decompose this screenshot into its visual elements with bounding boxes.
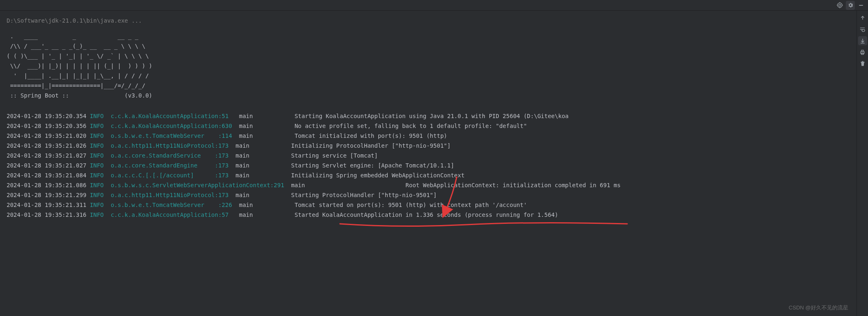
log-thread: main	[239, 132, 253, 139]
log-row: 2024-01-28 19:35:21.020 INFO o.s.b.w.e.t…	[7, 131, 856, 141]
log-thread: main	[235, 162, 249, 169]
target-icon[interactable]	[835, 1, 844, 10]
scroll-up-icon[interactable]	[858, 13, 867, 22]
log-thread: main	[291, 182, 305, 188]
svg-rect-12	[861, 50, 863, 51]
log-timestamp: 2024-01-28 19:35:21.086	[7, 182, 86, 188]
log-message: Initializing ProtocolHandler ["http-nio-…	[291, 142, 451, 149]
log-timestamp: 2024-01-28 19:35:21.026	[7, 142, 86, 149]
log-timestamp: 2024-01-28 19:35:21.084	[7, 172, 86, 179]
log-timestamp: 2024-01-28 19:35:21.027	[7, 162, 86, 169]
log-message: Initializing Spring embedded WebApplicat…	[291, 172, 464, 179]
log-thread: main	[235, 172, 249, 179]
gear-icon[interactable]	[846, 1, 855, 10]
log-message: Tomcat started on port(s): 9501 (http) w…	[295, 202, 527, 208]
log-level: INFO	[90, 132, 104, 139]
log-level: INFO	[90, 113, 104, 119]
log-source: o.a.c.c.C.[.[.[/account] :173	[111, 172, 229, 179]
log-level: INFO	[90, 202, 104, 208]
svg-rect-15	[862, 61, 863, 62]
log-source: o.s.b.w.s.c.ServletWebServerApplicationC…	[111, 182, 284, 188]
log-thread: main	[239, 211, 253, 218]
log-source: o.a.c.http11.Http11NioProtocol:173	[111, 142, 229, 149]
command-line: D:\Software\jdk-21.0.1\bin\java.exe ...	[7, 16, 856, 26]
log-row: 2024-01-28 19:35:20.354 INFO c.c.k.a.Koa…	[7, 111, 856, 121]
minimize-icon[interactable]	[856, 1, 866, 10]
svg-point-1	[839, 4, 841, 6]
log-message: Starting ProtocolHandler ["http-nio-9501…	[291, 192, 437, 198]
log-message: Starting Servlet engine: [Apache Tomcat/…	[291, 162, 454, 169]
log-timestamp: 2024-01-28 19:35:20.356	[7, 123, 86, 129]
log-row: 2024-01-28 19:35:20.356 INFO c.c.k.a.Koa…	[7, 121, 856, 131]
log-level: INFO	[90, 123, 104, 129]
log-row: 2024-01-28 19:35:21.027 INFO o.a.c.core.…	[7, 160, 856, 170]
log-source: o.a.c.http11.Http11NioProtocol:173	[111, 192, 229, 198]
log-message: Starting service [Tomcat]	[291, 152, 378, 159]
log-row: 2024-01-28 19:35:21.084 INFO o.a.c.c.C.[…	[7, 170, 856, 180]
log-timestamp: 2024-01-28 19:35:20.354	[7, 113, 86, 119]
spring-boot-banner: . ____ _ __ _ _ /\\ / ___'_ __ _ _(_)_ _…	[7, 31, 856, 100]
log-level: INFO	[90, 192, 104, 198]
log-row: 2024-01-28 19:35:21.311 INFO o.s.b.w.e.t…	[7, 200, 856, 210]
log-message: No active profile set, falling back to 1…	[295, 123, 527, 129]
log-level: INFO	[90, 172, 104, 179]
log-thread: main	[235, 152, 249, 159]
console-right-toolbar	[856, 11, 868, 316]
clear-icon[interactable]	[858, 59, 867, 68]
log-source: c.c.k.a.KoalaAccountApplication:630	[111, 123, 232, 129]
log-source: c.c.k.a.KoalaAccountApplication:51	[111, 113, 229, 119]
svg-rect-14	[861, 62, 864, 63]
log-source: o.s.b.w.e.t.TomcatWebServer :114	[111, 132, 232, 139]
log-thread: main	[239, 202, 253, 208]
log-source: o.a.c.core.StandardEngine :173	[111, 162, 229, 169]
log-message: Tomcat initialized with port(s): 9501 (h…	[295, 132, 447, 139]
log-message: Starting KoalaAccountApplication using J…	[295, 113, 569, 119]
console-output[interactable]: D:\Software\jdk-21.0.1\bin\java.exe ... …	[0, 11, 856, 316]
softwrap-icon[interactable]	[858, 25, 867, 34]
print-icon[interactable]	[858, 48, 867, 57]
log-thread: main	[235, 192, 249, 198]
log-source: o.a.c.core.StandardService :173	[111, 152, 229, 159]
log-timestamp: 2024-01-28 19:35:21.027	[7, 152, 86, 159]
console-top-toolbar	[0, 0, 868, 11]
log-row: 2024-01-28 19:35:21.026 INFO o.a.c.http1…	[7, 141, 856, 151]
log-message: Root WebApplicationContext: initializati…	[405, 182, 621, 188]
log-row: 2024-01-28 19:35:21.086 INFO o.s.b.w.s.c…	[7, 180, 856, 190]
log-level: INFO	[90, 142, 104, 149]
svg-point-0	[837, 3, 842, 7]
log-level: INFO	[90, 152, 104, 159]
log-row: 2024-01-28 19:35:21.299 INFO o.a.c.http1…	[7, 190, 856, 200]
log-source: o.s.b.w.e.t.TomcatWebServer :226	[111, 202, 232, 208]
watermark: CSDN @好久不见的流星	[789, 303, 848, 313]
log-row: 2024-01-28 19:35:21.316 INFO c.c.k.a.Koa…	[7, 210, 856, 220]
log-row: 2024-01-28 19:35:21.027 INFO o.a.c.core.…	[7, 151, 856, 160]
log-timestamp: 2024-01-28 19:35:21.299	[7, 192, 86, 198]
scroll-to-end-icon[interactable]	[858, 36, 867, 45]
log-timestamp: 2024-01-28 19:35:21.020	[7, 132, 86, 139]
log-level: INFO	[90, 162, 104, 169]
log-level: INFO	[90, 182, 104, 188]
log-message: Started KoalaAccountApplication in 1.336…	[295, 211, 558, 218]
log-source: c.c.k.a.KoalaAccountApplication:57	[111, 211, 229, 218]
log-timestamp: 2024-01-28 19:35:21.316	[7, 211, 86, 218]
log-thread: main	[235, 142, 249, 149]
log-timestamp: 2024-01-28 19:35:21.311	[7, 202, 86, 208]
log-thread: main	[239, 123, 253, 129]
log-thread: main	[239, 113, 253, 119]
log-level: INFO	[90, 211, 104, 218]
